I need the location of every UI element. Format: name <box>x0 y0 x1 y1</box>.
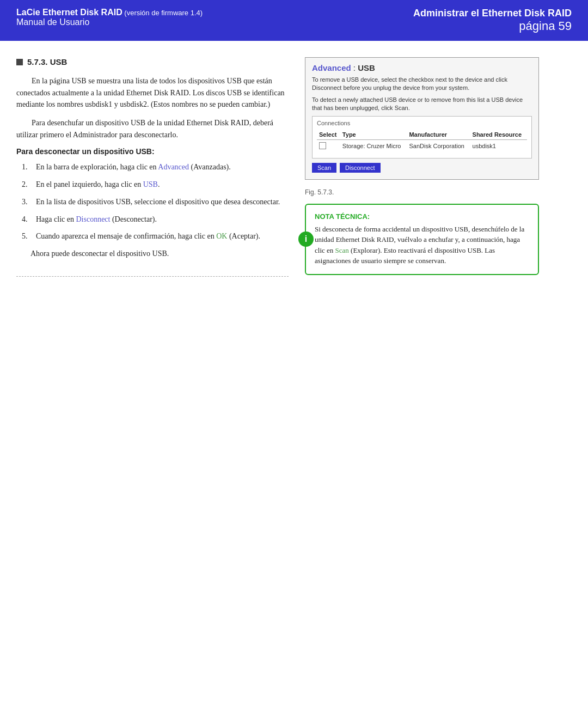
col-shared: Shared Resource <box>470 130 527 140</box>
row-checkbox-cell <box>317 139 340 153</box>
section-title: Administrar el Ethernet Disk RAID <box>413 8 572 19</box>
panel-advanced-link: Advanced <box>312 63 351 72</box>
nota-title: NOTA TÉCNICA: <box>315 212 529 221</box>
usb-device-checkbox[interactable] <box>319 142 326 149</box>
disconnect-button[interactable]: Disconnect <box>340 163 380 173</box>
manual-subtitle: Manual de Usuario <box>16 17 203 27</box>
intro-para1: En la página USB se muestra una lista de… <box>16 75 289 111</box>
step-1-text: En la barra de exploración, haga clic en… <box>36 161 231 173</box>
usb-panel-title: Advanced : USB <box>312 63 532 72</box>
panel-buttons: Scan Disconnect <box>312 163 532 175</box>
main-content: 5.7.3. USB En la página USB se muestra u… <box>0 41 588 293</box>
step-2-num: 2. <box>22 179 32 191</box>
panel-usb-label: USB <box>358 63 375 72</box>
step-3: 3. En la lista de dispositivos USB, sele… <box>22 196 289 208</box>
panel-sep: : <box>351 63 358 72</box>
table-row: Storage: Cruzer Micro SanDisk Corporatio… <box>317 139 527 153</box>
after-steps-note: Ahora puede desconectar el dispositivo U… <box>30 248 289 260</box>
step-4-text: Haga clic en Disconnect (Desconectar). <box>36 214 157 226</box>
connections-label: Connections <box>317 120 527 126</box>
step-2-link: USB <box>143 180 158 188</box>
section-title-text: 5.7.3. USB <box>27 57 67 66</box>
intro-para2: Para desenchufar un dispositivo USB de l… <box>16 117 289 141</box>
nota-body: Si desconecta de forma accidental un dis… <box>315 224 529 266</box>
nota-scan-link: Scan <box>335 246 349 254</box>
row-shared: usbdisk1 <box>470 139 527 153</box>
step-4: 4. Haga clic en Disconnect (Desconectar)… <box>22 214 289 226</box>
scan-button[interactable]: Scan <box>312 163 336 173</box>
page-header: LaCie Ethernet Disk RAID (versión de fir… <box>0 0 588 41</box>
brand-name: LaCie Ethernet Disk RAID <box>16 8 122 17</box>
panel-desc1: To remove a USB device, select the check… <box>312 76 532 93</box>
steps-list: 1. En la barra de exploración, haga clic… <box>22 161 289 242</box>
right-column: Advanced : USB To remove a USB device, s… <box>305 57 539 277</box>
connections-table: Select Type Manufacturer Shared Resource <box>317 130 527 153</box>
left-column: 5.7.3. USB En la página USB se muestra u… <box>16 57 289 277</box>
step-1-link: Advanced <box>158 163 189 171</box>
nota-tecnica-box: i NOTA TÉCNICA: Si desconecta de forma a… <box>305 204 539 275</box>
step-4-num: 4. <box>22 214 32 226</box>
section-divider <box>16 276 289 277</box>
step-1: 1. En la barra de exploración, haga clic… <box>22 161 289 173</box>
step-3-num: 3. <box>22 196 32 208</box>
col-manufacturer: Manufacturer <box>407 130 470 140</box>
step-1-num: 1. <box>22 161 32 173</box>
section-icon <box>16 59 23 65</box>
step-5-num: 5. <box>22 230 32 242</box>
step-3-text: En la lista de dispositivos USB, selecci… <box>36 196 280 208</box>
header-left: LaCie Ethernet Disk RAID (versión de fir… <box>16 8 203 27</box>
nota-icon: i <box>298 231 314 247</box>
step-2: 2. En el panel izquierdo, haga clic en U… <box>22 179 289 191</box>
step-5: 5. Cuando aparezca el mensaje de confirm… <box>22 230 289 242</box>
page-number: página 59 <box>413 19 572 33</box>
row-manufacturer: SanDisk Corporation <box>407 139 470 153</box>
brand-suffix: (versión de firmware 1.4) <box>122 9 203 17</box>
steps-subheading: Para desconectar un dispositivo USB: <box>16 147 289 156</box>
section-heading: 5.7.3. USB <box>16 57 289 66</box>
header-right: Administrar el Ethernet Disk RAID página… <box>413 8 572 33</box>
brand-title: LaCie Ethernet Disk RAID (versión de fir… <box>16 8 203 17</box>
step-5-text: Cuando aparezca el mensaje de confirmaci… <box>36 230 260 242</box>
panel-desc2: To detect a newly attached USB device or… <box>312 96 532 113</box>
row-type: Storage: Cruzer Micro <box>340 139 407 153</box>
connections-box: Connections Select Type Manufacturer Sha… <box>312 116 532 159</box>
col-type: Type <box>340 130 407 140</box>
step-4-link: Disconnect <box>76 215 110 223</box>
usb-panel-screenshot: Advanced : USB To remove a USB device, s… <box>305 57 539 180</box>
step-5-link: OK <box>216 232 227 240</box>
step-2-text: En el panel izquierdo, haga clic en USB. <box>36 179 160 191</box>
usb-panel-inner: Advanced : USB To remove a USB device, s… <box>305 58 538 179</box>
table-header-row: Select Type Manufacturer Shared Resource <box>317 130 527 140</box>
fig-caption: Fig. 5.7.3. <box>305 188 539 196</box>
col-select: Select <box>317 130 340 140</box>
